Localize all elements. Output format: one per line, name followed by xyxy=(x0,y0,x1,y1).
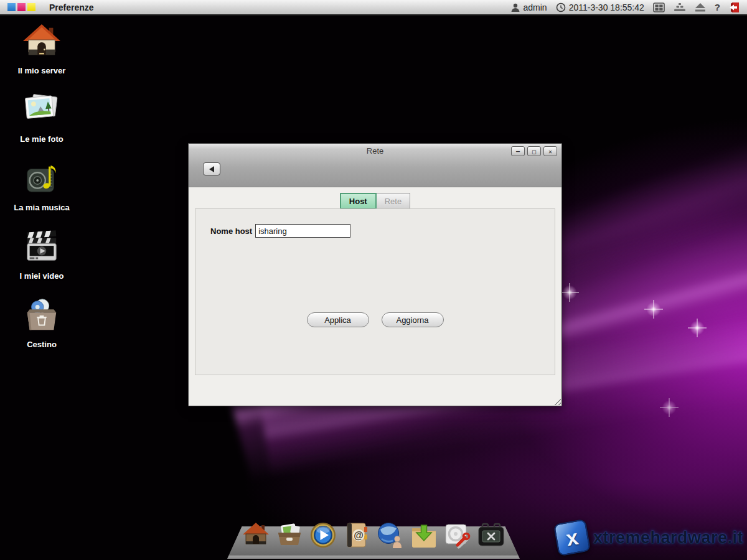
watermark: x xtremehardware.it xyxy=(556,521,743,554)
help-icon[interactable]: ? xyxy=(715,2,720,12)
desktop-icon-videos[interactable]: I miei video xyxy=(12,228,71,296)
brand-logo-icon[interactable] xyxy=(7,3,35,11)
back-button[interactable] xyxy=(203,162,220,175)
logo-yellow-square xyxy=(27,3,35,11)
sparkle-star xyxy=(560,283,579,302)
resize-grip[interactable] xyxy=(552,396,561,405)
window-title: Rete xyxy=(189,146,561,156)
clock-indicator: 2011-3-30 18:55:42 xyxy=(556,2,644,12)
apply-button[interactable]: Applica xyxy=(307,312,369,327)
clock-icon xyxy=(556,2,566,12)
eject-icon[interactable] xyxy=(695,2,706,12)
contacts-icon[interactable]: @ xyxy=(343,521,370,549)
photo-box-icon[interactable] xyxy=(276,521,303,549)
desktop-icon-label: Cestino xyxy=(27,340,57,349)
rete-window: Rete – □ ✕ Host Rete Nome host Applica A… xyxy=(188,143,562,406)
badge-letter: x xyxy=(565,526,580,549)
xtremehardware-badge-icon: x xyxy=(553,519,591,556)
tab-host[interactable]: Host xyxy=(340,193,377,209)
action-buttons: Applica Aggiorna xyxy=(195,312,555,327)
logout-icon[interactable] xyxy=(729,2,740,13)
trash-icon xyxy=(22,296,61,335)
downloads-folder-icon[interactable] xyxy=(410,521,438,549)
svg-text:@: @ xyxy=(354,530,364,541)
window-controls: – □ ✕ xyxy=(511,146,557,156)
menu-preferences[interactable]: Preferenze xyxy=(49,2,94,12)
user-icon xyxy=(510,2,520,12)
watermark-text: xtremehardware.it xyxy=(593,528,743,548)
close-button[interactable]: ✕ xyxy=(543,146,557,156)
desktop-icon-music[interactable]: La mia musica xyxy=(12,159,71,228)
menubar: Preferenze admin 2011-3-30 18:55:42 ? xyxy=(0,0,747,16)
logo-blue-square xyxy=(7,3,16,11)
user-indicator[interactable]: admin xyxy=(510,2,547,12)
settings-panel: Nome host Applica Aggiorna xyxy=(195,208,555,375)
menubar-status-area: admin 2011-3-30 18:55:42 ? xyxy=(510,2,740,13)
window-titlebar[interactable]: Rete – □ ✕ xyxy=(189,144,561,187)
videos-icon xyxy=(22,228,61,266)
back-arrow-icon xyxy=(209,166,214,172)
tab-rete[interactable]: Rete xyxy=(377,193,410,209)
refresh-button[interactable]: Aggiorna xyxy=(382,312,444,327)
sparkle-star xyxy=(688,319,707,337)
music-icon xyxy=(22,159,61,198)
photos-icon xyxy=(22,91,61,129)
hostname-field-row: Nome host xyxy=(210,224,350,238)
sparkle-star xyxy=(660,398,679,417)
logo-pink-square xyxy=(17,3,26,11)
username: admin xyxy=(524,2,547,12)
web-share-icon[interactable] xyxy=(377,521,404,549)
hostname-label: Nome host xyxy=(210,226,252,236)
media-player-icon[interactable] xyxy=(309,521,337,549)
sparkle-star xyxy=(644,300,663,319)
dock-icon-row: @ xyxy=(227,521,520,549)
datetime: 2011-3-30 18:55:42 xyxy=(569,2,644,12)
desktop-icon-trash[interactable]: Cestino xyxy=(12,296,71,365)
tab-bar: Host Rete xyxy=(189,193,561,209)
home-icon[interactable] xyxy=(242,521,270,549)
desktop-icon-label: Il mio server xyxy=(18,66,66,75)
apps-grid-icon[interactable] xyxy=(653,2,665,12)
hostname-input[interactable] xyxy=(255,224,350,238)
desktop-icon-server[interactable]: Il mio server xyxy=(12,22,71,91)
desktop-icon-photos[interactable]: Le mie foto xyxy=(12,91,71,159)
minimize-button[interactable]: – xyxy=(511,146,525,156)
toolbox-icon[interactable] xyxy=(477,521,505,549)
home-server-icon xyxy=(22,22,61,61)
dock: @ xyxy=(227,526,520,559)
desktop-icon-label: La mia musica xyxy=(14,203,70,212)
network-status-icon[interactable] xyxy=(674,2,686,12)
desktop-icon-label: I miei video xyxy=(20,271,64,281)
desktop-icon-column: Il mio server Le mie foto xyxy=(12,22,71,365)
desktop-icon-label: Le mie foto xyxy=(20,134,63,144)
disk-utility-icon[interactable] xyxy=(444,521,471,549)
maximize-button[interactable]: □ xyxy=(527,146,541,156)
